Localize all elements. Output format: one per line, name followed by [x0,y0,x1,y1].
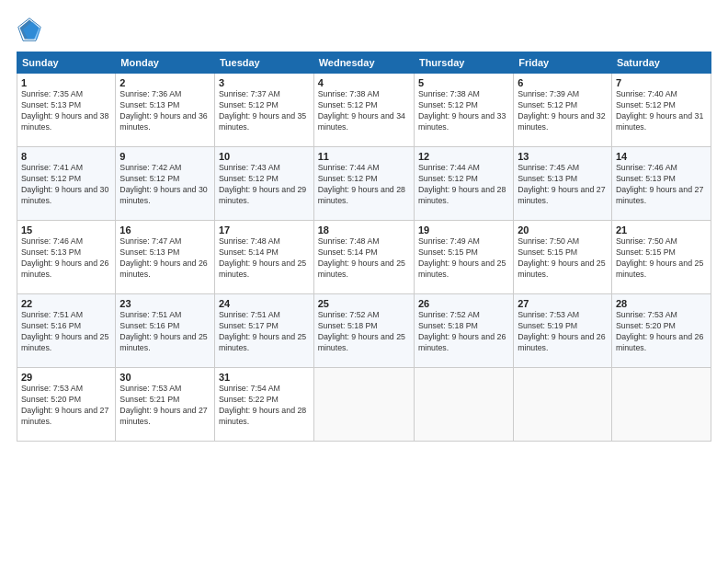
sunrise-text: Sunrise: 7:50 AM [518,236,579,246]
day-number: 29 [21,372,111,383]
day-number: 3 [219,77,310,88]
day-info: Sunrise: 7:53 AMSunset: 5:20 PMDaylight:… [21,384,111,428]
day-info: Sunrise: 7:52 AMSunset: 5:18 PMDaylight:… [318,310,410,354]
day-number: 22 [21,298,111,309]
sunset-text: Sunset: 5:12 PM [119,174,179,183]
calendar-cell: 27Sunrise: 7:53 AMSunset: 5:19 PMDayligh… [514,294,612,368]
sunset-text: Sunset: 5:17 PM [219,321,279,330]
day-info: Sunrise: 7:35 AMSunset: 5:13 PMDaylight:… [21,89,111,133]
sunset-text: Sunset: 5:13 PM [616,174,676,183]
calendar-cell: 5Sunrise: 7:38 AMSunset: 5:12 PMDaylight… [414,74,513,147]
day-info: Sunrise: 7:46 AMSunset: 5:13 PMDaylight:… [616,163,707,207]
daylight-text: Daylight: 9 hours and 25 minutes. [219,332,306,352]
daylight-text: Daylight: 9 hours and 25 minutes. [318,332,405,352]
calendar-cell: 14Sunrise: 7:46 AMSunset: 5:13 PMDayligh… [611,147,711,221]
sunrise-text: Sunrise: 7:52 AM [418,310,480,319]
day-number: 24 [219,298,310,309]
calendar-cell: 16Sunrise: 7:47 AMSunset: 5:13 PMDayligh… [116,221,215,294]
day-info: Sunrise: 7:53 AMSunset: 5:19 PMDaylight:… [518,310,608,354]
sunset-text: Sunset: 5:12 PM [318,174,378,183]
sunrise-text: Sunrise: 7:39 AM [518,89,579,98]
calendar-cell: 18Sunrise: 7:48 AMSunset: 5:14 PMDayligh… [313,221,414,294]
daylight-text: Daylight: 9 hours and 28 minutes. [318,185,405,205]
calendar-cell: 11Sunrise: 7:44 AMSunset: 5:12 PMDayligh… [313,147,414,221]
calendar-cell: 8Sunrise: 7:41 AMSunset: 5:12 PMDaylight… [17,147,116,221]
sunset-text: Sunset: 5:12 PM [21,174,81,183]
logo-icon [17,17,42,42]
sunrise-text: Sunrise: 7:40 AM [616,89,677,98]
calendar-cell: 10Sunrise: 7:43 AMSunset: 5:12 PMDayligh… [214,147,313,221]
sunset-text: Sunset: 5:15 PM [616,247,676,257]
sunrise-text: Sunrise: 7:53 AM [616,310,677,319]
daylight-text: Daylight: 9 hours and 25 minutes. [219,259,306,279]
day-info: Sunrise: 7:36 AMSunset: 5:13 PMDaylight:… [119,89,210,133]
day-number: 10 [219,151,310,162]
calendar-cell: 4Sunrise: 7:38 AMSunset: 5:12 PMDaylight… [313,74,414,147]
sunrise-text: Sunrise: 7:44 AM [318,163,380,172]
weekday-header-wednesday: Wednesday [313,52,414,74]
sunrise-text: Sunrise: 7:46 AM [616,163,677,172]
daylight-text: Daylight: 9 hours and 33 minutes. [418,111,506,132]
calendar-week-row: 1Sunrise: 7:35 AMSunset: 5:13 PMDaylight… [17,74,711,147]
calendar-week-row: 29Sunrise: 7:53 AMSunset: 5:20 PMDayligh… [17,368,711,442]
weekday-header-tuesday: Tuesday [214,52,313,74]
day-number: 16 [119,224,210,236]
calendar-cell: 30Sunrise: 7:53 AMSunset: 5:21 PMDayligh… [116,368,215,442]
calendar-cell: 1Sunrise: 7:35 AMSunset: 5:13 PMDaylight… [17,74,116,147]
day-info: Sunrise: 7:53 AMSunset: 5:20 PMDaylight:… [616,310,707,354]
sunset-text: Sunset: 5:12 PM [418,174,478,183]
day-number: 1 [21,77,111,88]
sunset-text: Sunset: 5:19 PM [518,321,577,330]
daylight-text: Daylight: 9 hours and 28 minutes. [418,185,506,205]
sunset-text: Sunset: 5:15 PM [518,247,577,257]
calendar-cell: 20Sunrise: 7:50 AMSunset: 5:15 PMDayligh… [514,221,612,294]
sunrise-text: Sunrise: 7:51 AM [219,310,280,319]
sunrise-text: Sunrise: 7:52 AM [318,310,380,319]
calendar-cell: 31Sunrise: 7:54 AMSunset: 5:22 PMDayligh… [214,368,313,442]
sunrise-text: Sunrise: 7:46 AM [21,236,83,246]
sunset-text: Sunset: 5:12 PM [518,100,577,109]
day-number: 5 [418,77,509,88]
sunset-text: Sunset: 5:13 PM [518,174,577,183]
sunrise-text: Sunrise: 7:41 AM [21,163,83,172]
sunrise-text: Sunrise: 7:43 AM [219,163,280,172]
day-number: 20 [518,224,608,236]
sunrise-text: Sunrise: 7:49 AM [418,236,480,246]
day-info: Sunrise: 7:46 AMSunset: 5:13 PMDaylight:… [21,236,111,281]
day-number: 15 [21,224,111,236]
sunset-text: Sunset: 5:16 PM [21,321,81,330]
sunrise-text: Sunrise: 7:36 AM [119,89,181,98]
day-number: 8 [21,151,111,162]
day-number: 30 [119,372,210,383]
sunset-text: Sunset: 5:15 PM [418,247,478,257]
weekday-header-monday: Monday [116,52,215,74]
daylight-text: Daylight: 9 hours and 25 minutes. [418,259,506,279]
daylight-text: Daylight: 9 hours and 31 minutes. [616,111,703,132]
weekday-header-friday: Friday [514,52,612,74]
weekday-header-sunday: Sunday [17,52,116,74]
daylight-text: Daylight: 9 hours and 32 minutes. [518,111,605,132]
sunrise-text: Sunrise: 7:53 AM [518,310,579,319]
sunrise-text: Sunrise: 7:37 AM [219,89,280,98]
calendar-cell: 2Sunrise: 7:36 AMSunset: 5:13 PMDaylight… [116,74,215,147]
sunrise-text: Sunrise: 7:45 AM [518,163,579,172]
day-info: Sunrise: 7:42 AMSunset: 5:12 PMDaylight:… [119,163,210,207]
day-info: Sunrise: 7:43 AMSunset: 5:12 PMDaylight:… [219,163,310,207]
sunset-text: Sunset: 5:16 PM [119,321,179,330]
daylight-text: Daylight: 9 hours and 25 minutes. [318,259,405,279]
calendar-cell [514,368,612,442]
daylight-text: Daylight: 9 hours and 27 minutes. [21,406,108,426]
day-number: 19 [418,224,509,236]
day-number: 14 [616,151,707,162]
daylight-text: Daylight: 9 hours and 34 minutes. [318,111,405,132]
day-number: 4 [318,77,410,88]
day-info: Sunrise: 7:52 AMSunset: 5:18 PMDaylight:… [418,310,509,354]
calendar-table: SundayMondayTuesdayWednesdayThursdayFrid… [17,52,711,442]
sunrise-text: Sunrise: 7:51 AM [119,310,181,319]
sunset-text: Sunset: 5:12 PM [616,100,676,109]
daylight-text: Daylight: 9 hours and 27 minutes. [119,406,207,426]
sunrise-text: Sunrise: 7:48 AM [318,236,380,246]
day-info: Sunrise: 7:51 AMSunset: 5:16 PMDaylight:… [21,310,111,354]
sunset-text: Sunset: 5:13 PM [119,100,179,109]
sunrise-text: Sunrise: 7:38 AM [318,89,380,98]
